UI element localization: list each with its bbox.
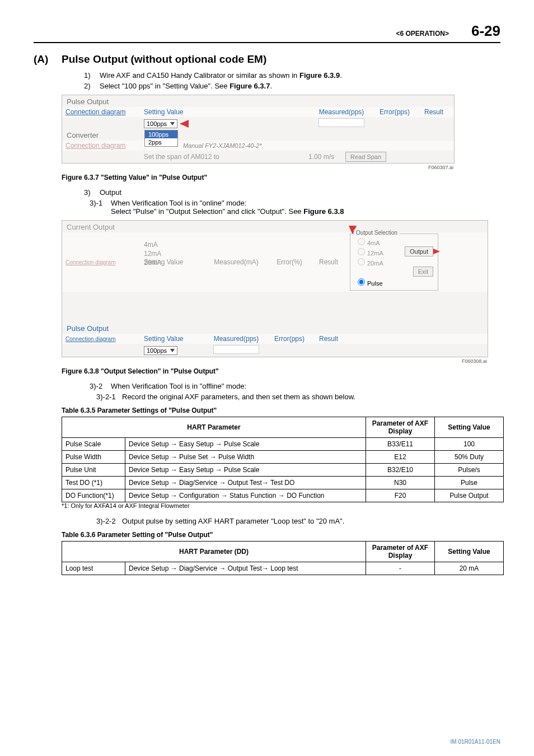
val-4ma: 4mA bbox=[144, 241, 205, 249]
setting-value-dropdown-2[interactable]: 100pps bbox=[144, 346, 177, 355]
step-3-2-text: When Verification Tool is in "offline" m… bbox=[111, 382, 246, 390]
t635-r2c: B32/E10 bbox=[366, 464, 435, 477]
val-20ma: 20mA bbox=[144, 259, 205, 267]
figure-637-panel: Pulse Output Connection diagram Setting … bbox=[62, 95, 455, 164]
t636-r0c: - bbox=[366, 562, 435, 575]
section-heading: Pulse Output (without optional code EM) bbox=[62, 53, 266, 66]
t635-h1: HART Parameter bbox=[62, 417, 366, 438]
step-3-2: 3)-2 When Verification Tool is in "offli… bbox=[90, 382, 500, 390]
measured-label: Measured(pps) bbox=[311, 108, 372, 116]
page-header: <6 OPERATION> 6-29 bbox=[34, 22, 500, 43]
error-label: Error(pps) bbox=[372, 108, 417, 116]
t635-r1d: 50% Duty bbox=[435, 451, 504, 464]
chevron-down-icon-2 bbox=[170, 349, 175, 352]
dropdown-value: 100pps bbox=[147, 120, 167, 127]
panel-title-pulse: Pulse Output bbox=[62, 95, 454, 107]
t635-r3b: Device Setup → Diag/Service → Output Tes… bbox=[125, 477, 366, 489]
panel-title-pulse-2: Pulse Output bbox=[62, 322, 488, 334]
error-pct-label: Error(%) bbox=[267, 258, 312, 266]
dropdown-list[interactable]: 100pps 2pps bbox=[144, 130, 178, 147]
t636-h1: HART Parameter (DD) bbox=[62, 542, 366, 562]
step-3-2-1: 3)-2-1 Record the original AXF parameter… bbox=[96, 393, 500, 401]
figure-637-ref: F060307.ai bbox=[62, 165, 453, 170]
dropdown-value-2: 100pps bbox=[147, 347, 167, 354]
figure-638-panel: Current Output Connection diagram Settin… bbox=[62, 220, 488, 357]
t635-h3: Setting Value bbox=[435, 417, 504, 438]
t636-r0d: 20 mA bbox=[435, 562, 504, 575]
setting-value-label-3: Setting Value bbox=[144, 335, 205, 343]
step-3-2-1-number: 3)-2-1 bbox=[96, 393, 122, 401]
radio-4ma[interactable] bbox=[358, 238, 365, 245]
t636-h2: Parameter of AXF Display bbox=[366, 542, 435, 562]
table-635: HART Parameter Parameter of AXF Display … bbox=[62, 417, 504, 502]
table-636-caption: Table 6.3.6 Parameter Setting of "Pulse … bbox=[62, 531, 500, 539]
setting-value-dropdown[interactable]: 100pps 100pps 2pps bbox=[144, 119, 177, 128]
dropdown-opt-100pps[interactable]: 100pps bbox=[145, 130, 177, 138]
setting-value-label: Setting Value bbox=[144, 108, 205, 116]
chevron-down-icon bbox=[170, 122, 175, 125]
step-3-text: Output bbox=[100, 188, 121, 197]
t635-r3a: Test DO (*1) bbox=[62, 477, 125, 489]
step-2: 2) Select "100 pps" in "Setting Value". … bbox=[84, 82, 500, 90]
span-value: 1.00 m/s bbox=[289, 153, 334, 161]
step-3-2-2: 3)-2-2 Output pulse by setting AXF HART … bbox=[96, 517, 500, 525]
output-selection-legend: Output Selection bbox=[354, 230, 400, 236]
output-selection-group: Output Selection 4mA 12mA Output 20mA Ex… bbox=[350, 234, 438, 291]
t635-r0b: Device Setup → Easy Setup → Pulse Scale bbox=[125, 438, 366, 451]
measured-ma-label: Measured(mA) bbox=[205, 258, 267, 266]
figure-637-caption: Figure 6.3.7 "Setting Value" in "Pulse O… bbox=[62, 174, 500, 181]
exit-button[interactable]: Exit bbox=[413, 267, 433, 277]
t635-r0a: Pulse Scale bbox=[62, 438, 125, 451]
t636-r0a: Loop test bbox=[62, 562, 125, 575]
result-label-3: Result bbox=[312, 335, 345, 343]
measured-input-2[interactable] bbox=[213, 345, 259, 354]
output-button[interactable]: Output bbox=[405, 246, 433, 256]
connection-diagram-link-4[interactable]: Connection diagram bbox=[65, 336, 144, 342]
connection-diagram-link[interactable]: Connection diagram bbox=[65, 108, 144, 116]
t635-r4c: F20 bbox=[366, 489, 435, 502]
table-635-caption: Table 6.3.5 Parameter Settings of "Pulse… bbox=[62, 407, 500, 414]
error-pps-label: Error(pps) bbox=[267, 335, 312, 343]
t635-r2d: Pulse/s bbox=[435, 464, 504, 477]
read-span-button[interactable]: Read Span bbox=[345, 152, 386, 162]
red-arrow-icon-2 bbox=[433, 249, 440, 254]
t635-r3d: Pulse bbox=[435, 477, 504, 489]
step-2-text: Select "100 pps" in "Setting Value". See… bbox=[100, 82, 272, 90]
step-3-2-2-number: 3)-2-2 bbox=[96, 517, 122, 525]
step-1: 1) Wire AXF and CA150 Handy Calibrator o… bbox=[84, 71, 500, 80]
step-3-2-number: 3)-2 bbox=[90, 382, 111, 390]
step-3-1: 3)-1 When Verification Tool is in "onlin… bbox=[90, 199, 500, 216]
t635-h2: Parameter of AXF Display bbox=[366, 417, 435, 438]
page-number: 6-29 bbox=[471, 22, 500, 40]
t635-r2b: Device Setup → Easy Setup → Pulse Scale bbox=[125, 464, 366, 477]
red-arrow-icon bbox=[180, 120, 189, 128]
radio-12ma[interactable] bbox=[358, 248, 365, 255]
connection-diagram-link-2[interactable]: Connection diagram bbox=[65, 142, 144, 150]
t635-r4a: DO Function(*1) bbox=[62, 489, 125, 502]
result-label-2: Result bbox=[312, 258, 345, 266]
val-12ma: 12mA bbox=[144, 250, 205, 258]
radio-20ma[interactable] bbox=[358, 258, 365, 265]
step-3-2-2-text: Output pulse by setting AXF HART paramet… bbox=[122, 517, 344, 525]
figure-638-caption: Figure 6.3.8 "Output Selection" in "Puls… bbox=[62, 367, 500, 375]
table-635-note: *1: Only for AXFA14 or AXF Integral Flow… bbox=[62, 502, 500, 509]
section-title: (A) Pulse Output (without optional code … bbox=[34, 53, 500, 66]
dropdown-opt-2pps[interactable]: 2pps bbox=[145, 138, 177, 146]
step-3-1-text: When Verification Tool is in "online" mo… bbox=[111, 199, 344, 216]
step-3: 3) Output bbox=[84, 188, 500, 197]
step-3-number: 3) bbox=[84, 188, 100, 197]
measured-input[interactable] bbox=[318, 118, 364, 127]
t635-r4d: Pulse Output bbox=[435, 489, 504, 502]
converter-label: Converter bbox=[67, 131, 99, 139]
manual-text: Manual FY2-XJAM012-40-2*. bbox=[183, 142, 264, 149]
step-1-text: Wire AXF and CA150 Handy Calibrator or s… bbox=[100, 71, 342, 80]
t635-r1a: Pulse Width bbox=[62, 451, 125, 464]
span-text: Set the span of AM012 to bbox=[144, 153, 289, 161]
panel-title-current: Current Output bbox=[62, 221, 488, 232]
t636-r0b: Device Setup → Diag/Service → Output Tes… bbox=[125, 562, 366, 575]
step-2-number: 2) bbox=[84, 82, 100, 90]
t635-r0d: 100 bbox=[435, 438, 504, 451]
step-3-2-1-text: Record the original AXF parameters, and … bbox=[122, 393, 355, 401]
radio-pulse[interactable] bbox=[358, 278, 365, 286]
section-marker: (A) bbox=[34, 53, 62, 66]
